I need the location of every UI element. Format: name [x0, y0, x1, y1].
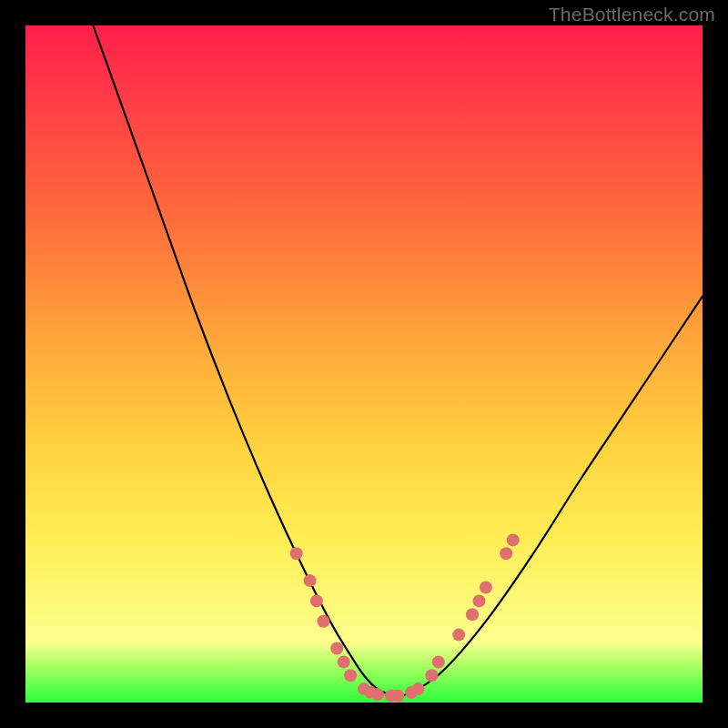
data-point: [317, 615, 329, 628]
data-point: [432, 655, 445, 668]
data-point: [290, 547, 303, 560]
data-point: [371, 688, 384, 701]
data-point: [500, 547, 512, 560]
data-point: [344, 669, 357, 682]
data-point: [310, 594, 323, 607]
data-point: [466, 608, 479, 621]
data-point: [412, 682, 425, 695]
chart-frame: TheBottleneck.com: [0, 0, 728, 728]
data-point: [330, 642, 343, 655]
data-point: [507, 533, 520, 546]
data-point: [338, 655, 350, 668]
curve-svg: [25, 25, 703, 703]
data-point: [480, 581, 492, 594]
data-point: [425, 669, 438, 682]
data-point: [304, 574, 317, 587]
watermark-text: TheBottleneck.com: [549, 4, 715, 25]
plot-area: [25, 25, 703, 703]
data-point: [452, 629, 465, 642]
data-point: [391, 690, 404, 703]
bottleneck-curve: [93, 25, 703, 696]
data-point: [473, 594, 486, 607]
marker-group: [290, 533, 520, 702]
